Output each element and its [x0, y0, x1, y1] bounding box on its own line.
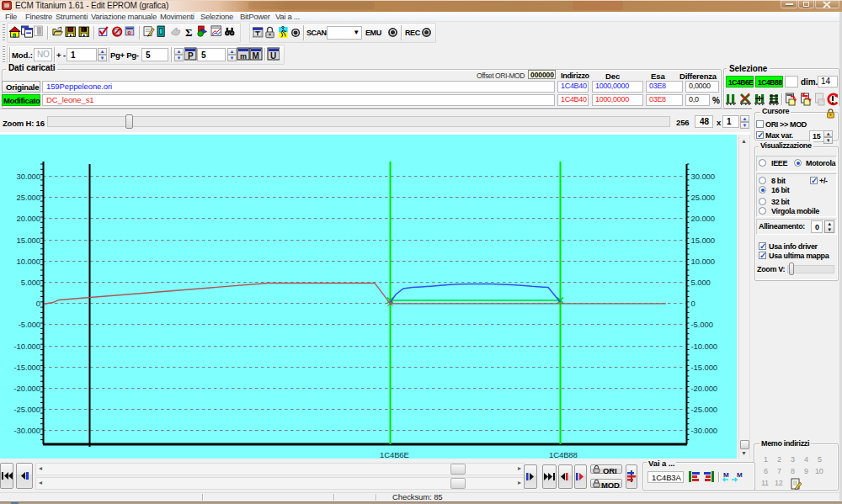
svg-text:0: 0: [36, 299, 40, 308]
svg-text:0: 0: [691, 299, 695, 308]
svg-text:-20.000: -20.000: [691, 384, 718, 393]
svg-text:-10.000: -10.000: [13, 342, 40, 351]
svg-text:P: P: [188, 51, 194, 61]
svg-text:1C4B88: 1C4B88: [549, 450, 578, 459]
svg-text:25.000: 25.000: [691, 193, 715, 202]
svg-text:M: M: [723, 471, 729, 479]
svg-text:15.000: 15.000: [17, 236, 40, 245]
svg-text:1C4B6E: 1C4B6E: [380, 450, 409, 459]
svg-text:m: m: [240, 52, 247, 61]
svg-text:-25.000: -25.000: [13, 405, 40, 414]
svg-text:o: o: [127, 29, 131, 35]
svg-text:10.000: 10.000: [17, 257, 40, 266]
svg-text:-5.000: -5.000: [19, 320, 40, 329]
svg-text:5.000: 5.000: [21, 278, 40, 287]
svg-text:-25.000: -25.000: [691, 405, 718, 414]
svg-text:-30.000: -30.000: [13, 426, 40, 435]
svg-text:M: M: [737, 471, 743, 479]
svg-text:20.000: 20.000: [17, 214, 40, 223]
svg-text:15.000: 15.000: [691, 236, 715, 245]
svg-text:-30.000: -30.000: [691, 426, 718, 435]
svg-text:30.000: 30.000: [691, 172, 715, 181]
svg-text:10.000: 10.000: [691, 257, 715, 266]
svg-text:U: U: [270, 51, 276, 61]
svg-text:-10.000: -10.000: [691, 342, 718, 351]
svg-text:D: D: [69, 27, 72, 32]
svg-text:M: M: [253, 51, 259, 61]
svg-text:Σ: Σ: [185, 26, 192, 39]
svg-text:25.000: 25.000: [17, 193, 40, 202]
svg-text:20.000: 20.000: [691, 214, 715, 223]
svg-text:-15.000: -15.000: [13, 363, 40, 372]
svg-text:30.000: 30.000: [17, 172, 40, 181]
svg-text:-5.000: -5.000: [691, 320, 713, 329]
svg-text:-20.000: -20.000: [13, 384, 40, 393]
svg-text:-15.000: -15.000: [691, 363, 718, 372]
svg-text:5.000: 5.000: [691, 278, 711, 287]
